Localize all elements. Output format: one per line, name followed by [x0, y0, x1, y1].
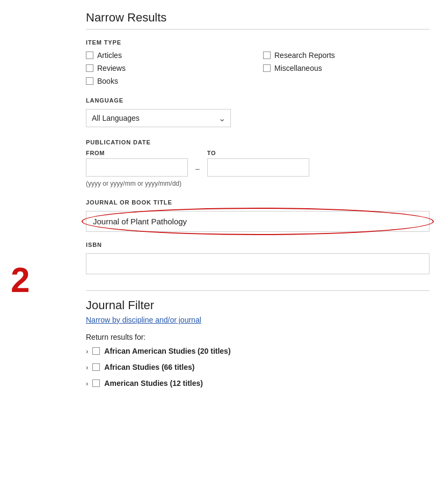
discipline-list: › African American Studies (20 titles) ›…: [86, 347, 430, 388]
checkbox-discipline-0[interactable]: [92, 347, 100, 355]
chevron-right-icon-0[interactable]: ›: [86, 347, 88, 355]
checkbox-articles[interactable]: [86, 52, 93, 59]
discipline-label-1[interactable]: African Studies (66 titles): [104, 363, 194, 371]
checkbox-books-label[interactable]: Books: [97, 77, 118, 85]
journal-input[interactable]: [86, 211, 430, 232]
date-from-input[interactable]: [86, 158, 188, 177]
journal-filter-section: Journal Filter Narrow by discipline and/…: [86, 290, 430, 388]
chevron-right-icon-1[interactable]: ›: [86, 363, 88, 371]
checkbox-research-reports-label[interactable]: Research Reports: [274, 51, 335, 60]
discipline-item-african-american: › African American Studies (20 titles): [86, 347, 430, 355]
checkbox-reviews[interactable]: [86, 64, 93, 72]
checkbox-articles-label[interactable]: Articles: [97, 51, 122, 60]
item-type-section: ITEM TYPE Articles Research Reports Revi…: [86, 39, 430, 85]
item-type-grid: Articles Research Reports Reviews Miscel…: [86, 51, 430, 85]
checkbox-research-reports-row: Research Reports: [263, 51, 430, 60]
checkbox-reviews-label[interactable]: Reviews: [97, 64, 126, 72]
isbn-input[interactable]: [86, 253, 430, 274]
date-to-input[interactable]: [207, 158, 309, 177]
discipline-item-american-studies: › American Studies (12 titles): [86, 379, 430, 388]
discipline-item-african-studies: › African Studies (66 titles): [86, 363, 430, 371]
journal-filter-title: Journal Filter: [86, 298, 430, 312]
return-results-label: Return results for:: [86, 333, 430, 341]
to-label: TO: [207, 150, 309, 156]
isbn-section: ISBN: [86, 242, 430, 274]
checkbox-books-row: Books: [86, 77, 252, 85]
checkbox-miscellaneous-label[interactable]: Miscellaneous: [274, 64, 322, 72]
date-separator: –: [195, 164, 200, 173]
isbn-label: ISBN: [86, 242, 430, 248]
publication-date-section: PUBLICATION DATE FROM – TO (yyyy or yyyy…: [86, 139, 430, 187]
language-section: LANGUAGE All Languages English French Ge…: [86, 97, 430, 127]
journal-input-wrapper: [86, 211, 430, 232]
journal-section: JOURNAL OR BOOK TITLE: [86, 199, 430, 232]
date-from-group: FROM: [86, 150, 188, 177]
checkbox-research-reports[interactable]: [263, 52, 271, 59]
date-row: FROM – TO: [86, 150, 430, 177]
language-select[interactable]: All Languages English French German Span…: [86, 109, 231, 127]
checkbox-reviews-row: Reviews: [86, 64, 252, 72]
checkbox-discipline-2[interactable]: [92, 379, 100, 387]
narrow-results-title: Narrow Results: [86, 11, 430, 30]
step-number: 2: [11, 263, 30, 297]
item-type-label: ITEM TYPE: [86, 39, 430, 46]
journal-label: JOURNAL OR BOOK TITLE: [86, 199, 430, 206]
checkbox-articles-row: Articles: [86, 51, 252, 60]
checkbox-discipline-1[interactable]: [92, 363, 100, 371]
pub-date-label: PUBLICATION DATE: [86, 139, 430, 145]
checkbox-miscellaneous-row: Miscellaneous: [263, 64, 430, 72]
discipline-label-0[interactable]: African American Studies (20 titles): [104, 347, 230, 355]
checkbox-books[interactable]: [86, 77, 93, 85]
journal-filter-subtitle[interactable]: Narrow by discipline and/or journal: [86, 316, 430, 324]
checkbox-miscellaneous[interactable]: [263, 64, 271, 72]
date-hint: (yyyy or yyyy/mm or yyyy/mm/dd): [86, 180, 430, 187]
chevron-right-icon-2[interactable]: ›: [86, 379, 88, 388]
date-to-group: TO: [207, 150, 309, 177]
discipline-label-2[interactable]: American Studies (12 titles): [104, 379, 203, 388]
from-label: FROM: [86, 150, 188, 156]
language-select-wrapper: All Languages English French German Span…: [86, 109, 231, 127]
language-label: LANGUAGE: [86, 97, 430, 104]
